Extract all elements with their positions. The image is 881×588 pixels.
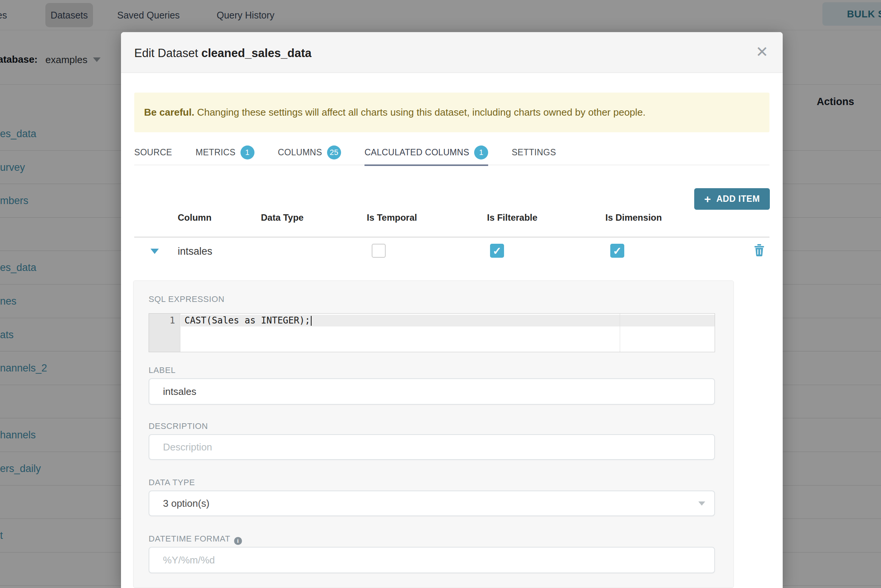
tab-columns[interactable]: COLUMNS 25 bbox=[278, 139, 341, 166]
tab-label: SETTINGS bbox=[512, 147, 556, 158]
datetime-format-input[interactable]: %Y/%m/%d bbox=[149, 547, 715, 573]
tabs-divider bbox=[134, 165, 769, 165]
expand-caret-icon[interactable] bbox=[150, 249, 159, 254]
tab-label: COLUMNS bbox=[278, 147, 322, 158]
modal-tabs: SOURCE METRICS 1 COLUMNS 25 CALCULATED C… bbox=[134, 139, 556, 166]
add-item-label: ADD ITEM bbox=[716, 194, 760, 204]
editor-print-margin bbox=[620, 314, 620, 352]
sql-code: CAST(Sales as INTEGER); bbox=[185, 315, 312, 326]
select-caret-icon bbox=[698, 501, 705, 506]
tab-metrics[interactable]: METRICS 1 bbox=[195, 139, 254, 166]
tab-calculated-columns[interactable]: CALCULATED COLUMNS 1 bbox=[364, 139, 488, 166]
warning-banner: Be careful. Changing these settings will… bbox=[134, 93, 769, 132]
modal-header: Edit Dataset cleaned_sales_data ✕ bbox=[121, 32, 783, 73]
is-filterable-checkbox[interactable]: ✓ bbox=[490, 244, 504, 258]
modal-title: Edit Dataset cleaned_sales_data bbox=[134, 46, 312, 60]
tab-label: CALCULATED COLUMNS bbox=[364, 147, 469, 158]
close-icon[interactable]: ✕ bbox=[755, 43, 768, 60]
is-dimension-checkbox[interactable]: ✓ bbox=[610, 244, 624, 258]
is-temporal-checkbox[interactable] bbox=[372, 244, 386, 258]
tab-source[interactable]: SOURCE bbox=[134, 139, 172, 166]
sql-expression-label: SQL EXPRESSION bbox=[149, 294, 225, 304]
delete-trash-icon[interactable] bbox=[754, 243, 765, 258]
edit-dataset-modal: Edit Dataset cleaned_sales_data ✕ Be car… bbox=[121, 32, 783, 588]
datetime-format-field-label: DATETIME FORMATi bbox=[149, 534, 242, 545]
line-number: 1 bbox=[149, 314, 180, 326]
col-header-is-temporal: Is Temporal bbox=[367, 212, 417, 223]
tab-settings[interactable]: SETTINGS bbox=[512, 139, 556, 166]
col-header-is-filterable: Is Filterable bbox=[487, 212, 537, 223]
modal-title-prefix: Edit Dataset bbox=[134, 46, 201, 60]
columns-count-badge: 25 bbox=[327, 145, 341, 159]
warning-bold-text: Be careful. bbox=[144, 107, 194, 118]
metrics-count-badge: 1 bbox=[240, 145, 254, 159]
modal-title-dataset-name: cleaned_sales_data bbox=[201, 46, 311, 60]
description-placeholder: Description bbox=[163, 441, 212, 453]
col-header-data-type: Data Type bbox=[261, 212, 304, 223]
label-input-value: intsales bbox=[163, 386, 196, 398]
warning-text: Changing these settings will affect all … bbox=[194, 107, 645, 118]
tab-label: SOURCE bbox=[134, 147, 172, 158]
data-type-field-label: DATA TYPE bbox=[149, 478, 195, 487]
column-name: intsales bbox=[178, 246, 212, 257]
label-input[interactable]: intsales bbox=[149, 378, 715, 405]
sql-expression-editor[interactable]: 1 CAST(Sales as INTEGER); bbox=[149, 313, 715, 352]
column-detail-panel: SQL EXPRESSION 1 CAST(Sales as INTEGER);… bbox=[133, 280, 734, 588]
col-header-column: Column bbox=[178, 212, 211, 223]
add-item-button[interactable]: + ADD ITEM bbox=[694, 188, 770, 210]
description-input[interactable]: Description bbox=[149, 434, 715, 460]
info-icon[interactable]: i bbox=[234, 537, 242, 545]
description-field-label: DESCRIPTION bbox=[149, 421, 208, 431]
tab-label: METRICS bbox=[195, 147, 236, 158]
datetime-format-placeholder: %Y/%m/%d bbox=[163, 554, 215, 566]
calculated-columns-count-badge: 1 bbox=[474, 145, 488, 159]
col-header-is-dimension: Is Dimension bbox=[605, 212, 662, 223]
editor-gutter: 1 bbox=[149, 314, 180, 352]
text-cursor bbox=[311, 316, 312, 326]
label-field-label: LABEL bbox=[149, 365, 176, 375]
data-type-select[interactable]: 3 option(s) bbox=[149, 491, 715, 516]
data-type-value: 3 option(s) bbox=[163, 498, 209, 509]
columns-header-divider bbox=[134, 237, 769, 238]
plus-icon: + bbox=[704, 193, 711, 205]
